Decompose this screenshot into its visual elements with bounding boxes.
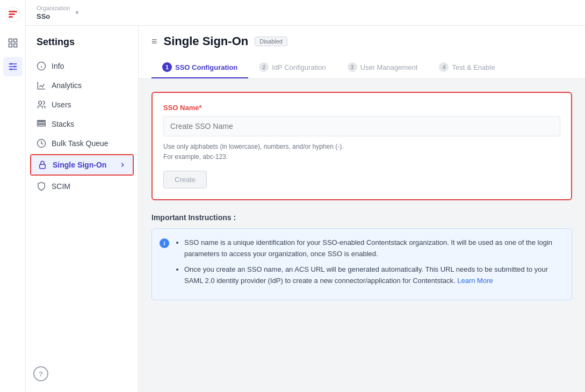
svg-rect-18: [38, 122, 46, 124]
tab-idp-configuration[interactable]: 2 IdP Configuration: [248, 57, 336, 78]
rail-grid-icon[interactable]: [3, 33, 23, 53]
content-area: SSO Name* Use only alphabets (in lowerca…: [139, 79, 585, 392]
svg-rect-2: [9, 13, 15, 15]
tab-idp-label: IdP Configuration: [272, 63, 326, 71]
instructions-title: Important Instructions :: [151, 213, 572, 222]
svg-rect-1: [9, 11, 17, 12]
sidebar-item-users[interactable]: Users: [26, 95, 138, 114]
instruction-item-1: SSO name is a unique identification for …: [184, 237, 563, 260]
svg-rect-4: [9, 39, 12, 42]
tab-sso-label: SSO Configuration: [175, 63, 237, 71]
sidebar-item-bulk-task-queue[interactable]: Bulk Task Queue: [26, 134, 138, 153]
bulk-icon: [37, 139, 46, 148]
shield-icon: [37, 182, 46, 191]
tab-num-2: 2: [259, 62, 269, 72]
top-bar: Organization SSo ▼: [26, 0, 585, 26]
instruction-item-2: Once you create an SSO name, an ACS URL …: [184, 264, 563, 287]
field-label: SSO Name*: [163, 104, 560, 112]
create-button[interactable]: Create: [163, 171, 207, 188]
tab-num-1: 1: [162, 62, 172, 72]
sidebar-item-info[interactable]: Info: [26, 56, 138, 76]
svg-point-17: [39, 101, 42, 104]
sidebar-item-scim[interactable]: SCIM: [26, 177, 138, 196]
svg-rect-3: [9, 16, 13, 18]
tab-test-enable[interactable]: 4 Test & Enable: [428, 57, 505, 78]
sidebar-item-stacks[interactable]: Stacks: [26, 114, 138, 134]
sso-name-input[interactable]: [163, 116, 560, 136]
sidebar-item-analytics[interactable]: Analytics: [26, 76, 138, 95]
svg-rect-7: [13, 44, 17, 47]
stacks-icon: [37, 119, 46, 129]
sso-name-card: SSO Name* Use only alphabets (in lowerca…: [151, 92, 572, 200]
org-name: SSo: [37, 12, 50, 20]
sidebar-item-stacks-label: Stacks: [52, 120, 74, 128]
instructions-card: i SSO name is a unique identification fo…: [151, 228, 572, 300]
help-button[interactable]: ?: [33, 366, 48, 381]
users-icon: [37, 100, 46, 110]
tab-sso-configuration[interactable]: 1 SSO Configuration: [151, 57, 248, 78]
svg-point-11: [10, 63, 12, 64]
learn-more-link[interactable]: Learn More: [457, 277, 493, 285]
tab-num-3: 3: [348, 62, 357, 72]
analytics-icon: [37, 81, 46, 90]
svg-rect-5: [13, 39, 17, 42]
tab-user-management[interactable]: 3 User Management: [337, 57, 429, 78]
hamburger-icon: ≡: [151, 36, 157, 47]
sidebar-item-bulk-label: Bulk Task Queue: [52, 139, 109, 148]
sidebar-item-sso-wrapper: Single Sign-On: [30, 154, 134, 176]
tabs: 1 SSO Configuration 2 IdP Configuration …: [151, 57, 572, 78]
tab-num-4: 4: [439, 62, 449, 72]
sidebar-item-sso-label: Single Sign-On: [53, 161, 106, 169]
page-header: ≡ Single Sign-On Disabled 1 SSO Configur…: [139, 26, 585, 79]
sidebar-title: Settings: [26, 37, 138, 56]
sidebar-item-sso[interactable]: Single Sign-On: [31, 155, 133, 175]
tab-user-mgmt-label: User Management: [360, 63, 418, 71]
svg-rect-6: [9, 44, 12, 47]
rail-settings-icon[interactable]: [3, 57, 23, 76]
svg-rect-19: [38, 125, 46, 126]
svg-point-12: [13, 66, 15, 67]
status-badge: Disabled: [255, 37, 287, 46]
sidebar-item-analytics-label: Analytics: [52, 81, 82, 90]
sidebar-item-users-label: Users: [52, 100, 71, 109]
info-circle-icon: i: [160, 238, 169, 248]
sidebar-item-info-label: Info: [52, 62, 64, 70]
app-logo[interactable]: [5, 6, 21, 25]
tab-test-label: Test & Enable: [452, 63, 495, 71]
icon-rail: [0, 0, 26, 392]
org-dropdown-icon[interactable]: ▼: [74, 10, 80, 16]
instructions-section: Important Instructions : i SSO name is a…: [151, 213, 572, 300]
sidebar: Settings Info Analytics: [26, 26, 139, 392]
svg-rect-20: [38, 120, 46, 121]
main-content: ≡ Single Sign-On Disabled 1 SSO Configur…: [139, 26, 585, 392]
org-label: Organization: [37, 5, 70, 11]
sidebar-item-scim-label: SCIM: [52, 182, 70, 191]
field-hint: Use only alphabets (in lowercase), numbe…: [163, 142, 560, 162]
lock-icon: [38, 160, 47, 170]
chevron-right-icon: [119, 161, 126, 169]
info-icon: [37, 61, 46, 71]
svg-rect-22: [40, 164, 46, 169]
svg-point-13: [10, 68, 12, 70]
page-title: Single Sign-On: [164, 34, 249, 48]
